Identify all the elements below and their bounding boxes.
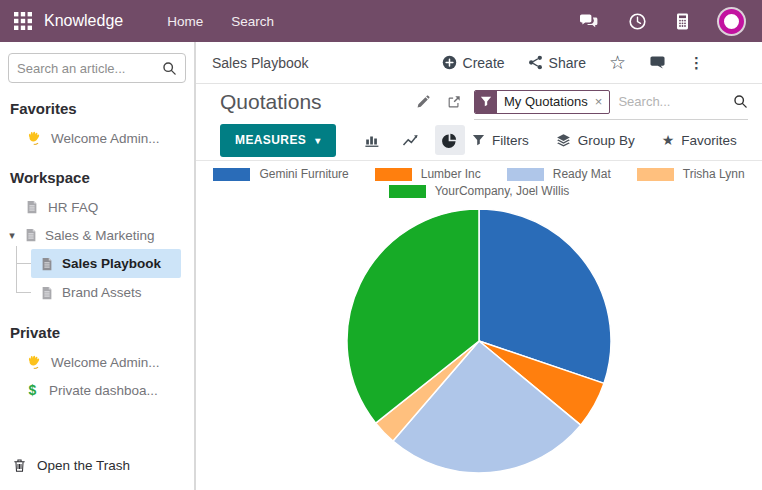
article-page-icon: [25, 200, 39, 214]
install-app-icon[interactable]: [676, 13, 689, 30]
chart-type-switcher: [357, 125, 465, 155]
view-search-bar: My Quotations ×: [474, 84, 748, 120]
workspace-section-title: Workspace: [0, 169, 194, 186]
search-facet: My Quotations ×: [474, 90, 610, 114]
pie-chart: [344, 206, 614, 476]
search-icon[interactable]: [162, 61, 177, 76]
main-panel: Sales Playbook Create Share ☆ ⋮: [196, 42, 762, 490]
share-button[interactable]: Share: [528, 55, 586, 71]
embedded-view-titlebar: Quotations My Quotations ×: [196, 84, 762, 120]
menu-home[interactable]: Home: [167, 14, 203, 29]
legend-label: Gemini Furniture: [259, 167, 348, 181]
sidebar-item-label: Welcome Admin...: [51, 355, 160, 370]
favorite-star-icon[interactable]: ☆: [609, 53, 626, 72]
private-section-title: Private: [0, 324, 194, 341]
sidebar-item-brand-assets[interactable]: Brand Assets: [16, 278, 194, 307]
sidebar-item-sales-playbook[interactable]: Sales Playbook: [16, 249, 194, 278]
sidebar-item-private-dashboard[interactable]: $ Private dashboa...: [0, 376, 194, 404]
legend-swatch: [389, 185, 426, 198]
dollar-icon: $: [25, 382, 40, 398]
legend-item[interactable]: Lumber Inc: [375, 167, 481, 181]
caret-down-icon[interactable]: ▾: [7, 229, 17, 242]
legend-item[interactable]: Trisha Lynn: [637, 167, 745, 181]
favorites-label: Favorites: [681, 133, 737, 148]
workspace-subtree: Sales Playbook Brand Assets: [16, 249, 194, 307]
legend-swatch: [375, 168, 412, 181]
legend-item[interactable]: Gemini Furniture: [213, 167, 348, 181]
measures-dropdown-button[interactable]: MEASURES ▾: [220, 124, 336, 157]
caret-down-icon: ▾: [315, 135, 320, 146]
sidebar-item-label: Welcome Admin...: [51, 131, 160, 146]
sidebar-item-label: Sales Playbook: [62, 256, 161, 271]
facet-remove-icon[interactable]: ×: [595, 94, 610, 109]
legend-swatch: [637, 168, 674, 181]
star-icon: ★: [662, 133, 675, 147]
create-label: Create: [463, 55, 505, 71]
knowledge-app-window: Knowledge Home Search: [0, 0, 762, 490]
open-trash-button[interactable]: Open the Trash: [0, 449, 194, 482]
activities-clock-icon[interactable]: [629, 13, 646, 30]
legend-row: YourCompany, Joel Willis: [376, 184, 583, 198]
sidebar-item-sales-marketing[interactable]: ▾ Sales & Marketing: [0, 221, 194, 249]
knowledge-sidebar: Favorites Welcome Admin... Workspace HR …: [0, 42, 196, 490]
embedded-view-title: Quotations: [220, 90, 322, 114]
trash-icon: [12, 458, 27, 473]
view-search-icon[interactable]: [733, 94, 748, 109]
filter-funnel-icon: [475, 90, 497, 114]
messages-icon[interactable]: [579, 13, 599, 29]
chart-legend: Gemini FurnitureLumber IncReady MatTrish…: [196, 167, 762, 198]
filters-button[interactable]: Filters: [472, 133, 529, 148]
external-link-icon[interactable]: [447, 95, 461, 109]
legend-item[interactable]: YourCompany, Joel Willis: [389, 184, 570, 198]
pie-chart-icon[interactable]: [435, 125, 465, 155]
tree-connector: [16, 292, 31, 293]
legend-label: Ready Mat: [553, 167, 611, 181]
app-name[interactable]: Knowledge: [44, 12, 123, 30]
legend-label: Lumber Inc: [421, 167, 481, 181]
article-page-icon: [40, 257, 54, 271]
top-navbar: Knowledge Home Search: [0, 0, 762, 42]
legend-item[interactable]: Ready Mat: [507, 167, 611, 181]
navbar-left: Knowledge Home Search: [14, 12, 274, 30]
line-chart-icon[interactable]: [396, 125, 426, 155]
facet-label: My Quotations: [497, 94, 595, 109]
create-button[interactable]: Create: [442, 55, 505, 71]
apps-grid-icon[interactable]: [14, 12, 32, 30]
favorites-section-title: Favorites: [0, 100, 194, 117]
sidebar-item-welcome-private[interactable]: Welcome Admin...: [0, 348, 194, 376]
share-label: Share: [549, 55, 586, 71]
article-search-input[interactable]: [17, 61, 162, 76]
chatter-icon[interactable]: [649, 55, 666, 70]
edit-pencil-icon[interactable]: [416, 95, 430, 109]
sidebar-item-hr-faq[interactable]: HR FAQ: [0, 193, 194, 221]
measures-label: MEASURES: [235, 133, 306, 147]
favorites-button[interactable]: ★ Favorites: [662, 133, 737, 148]
search-options: Filters Group By ★ Favorites: [472, 133, 737, 148]
article-page-icon: [40, 286, 54, 300]
user-avatar[interactable]: [719, 9, 744, 34]
article-header: Sales Playbook Create Share ☆ ⋮: [196, 42, 762, 84]
tree-connector: [16, 263, 31, 264]
legend-swatch: [213, 168, 250, 181]
bar-chart-icon[interactable]: [357, 125, 387, 155]
sidebar-item-welcome-favorite[interactable]: Welcome Admin...: [0, 124, 194, 152]
systray: [579, 9, 748, 34]
sidebar-item-label: Brand Assets: [62, 285, 142, 300]
sidebar-item-label: HR FAQ: [48, 200, 98, 215]
legend-row: Gemini FurnitureLumber IncReady MatTrish…: [200, 167, 757, 181]
kebab-menu-icon[interactable]: ⋮: [689, 54, 704, 72]
filters-label: Filters: [492, 133, 529, 148]
breadcrumb: Sales Playbook: [212, 55, 309, 71]
legend-label: YourCompany, Joel Willis: [435, 184, 570, 198]
legend-label: Trisha Lynn: [683, 167, 745, 181]
group-by-label: Group By: [578, 133, 635, 148]
waving-hand-icon: [27, 355, 42, 370]
group-by-button[interactable]: Group By: [556, 133, 635, 148]
article-page-icon: [24, 228, 38, 242]
waving-hand-icon: [27, 131, 42, 146]
legend-swatch: [507, 168, 544, 181]
pie-chart-area: [196, 206, 762, 476]
menu-search[interactable]: Search: [231, 14, 274, 29]
sidebar-item-label: Sales & Marketing: [45, 228, 155, 243]
view-search-input[interactable]: [618, 94, 725, 109]
